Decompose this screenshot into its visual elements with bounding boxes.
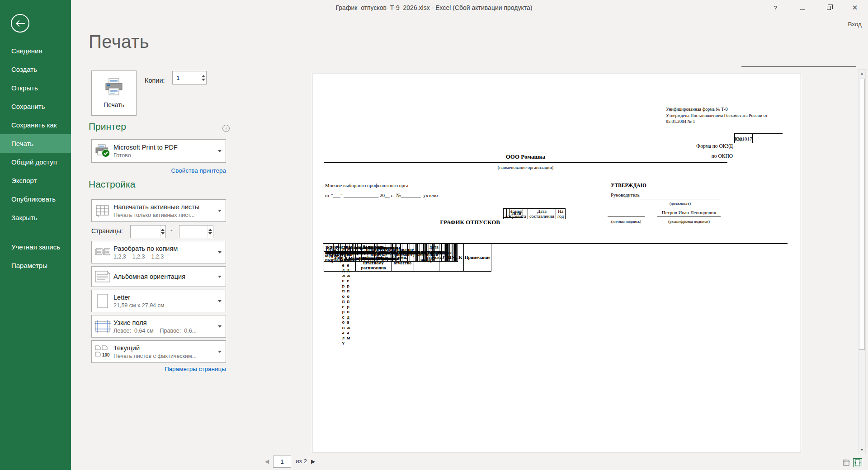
print-button-label: Печать [104,101,124,108]
pages-to-stepper[interactable] [179,225,213,238]
sidebar-item-options[interactable]: Параметры [0,256,71,275]
pages-from-arrows[interactable] [160,226,165,238]
sidebar-item-info[interactable]: Сведения [0,42,71,60]
pages-from-input[interactable] [131,226,160,238]
preview-scrollbar[interactable]: ▲ ▼ [858,69,866,454]
printer-properties-link[interactable]: Свойства принтера [91,167,226,174]
active-sheets-icon [92,204,113,217]
sidebar-item-open[interactable]: Открыть [0,79,71,97]
restore-icon [827,6,831,10]
table-cell: 14 [389,244,396,262]
pages-from-stepper[interactable] [130,225,166,238]
spin-down-icon[interactable] [161,232,165,235]
union-opinion-line1: Мнение выборного профсоюзного орга [325,183,408,188]
backstage-sidebar: Сведения Создать Открыть Сохранить Сохра… [0,0,71,470]
backstage-menu: Сведения Создать Открыть Сохранить Сохра… [0,42,71,275]
paper-size-title: Letter [113,294,164,301]
sidebar-item-publish[interactable]: Опубликовать [0,190,71,208]
pages-to-arrows[interactable] [208,226,213,238]
restore-button[interactable] [822,3,835,13]
printer-section-heading: Принтер [89,121,126,132]
settings-section-heading: Настройка [89,179,135,190]
spin-up-icon[interactable] [161,229,165,231]
print-area-select[interactable]: Напечатать активные листы Печать только … [91,199,226,222]
collate-icon [92,246,113,258]
print-preview-page: Унифицированная форма № Т-9 Утверждена П… [312,74,801,452]
scaling-select[interactable]: 100 Текущий Печать листов с фактическим.… [91,340,226,363]
approve-role: Руководитель [611,192,640,197]
back-button[interactable] [11,14,29,33]
sidebar-item-save-as[interactable]: Сохранить как [0,116,71,134]
signature-underline [608,216,645,216]
orientation-title: Альбомная ориентация [113,273,185,280]
okud-label: Форма по ОКУД [629,143,733,149]
collation-subtitle: 1,2,3 1,2,3 1,2,3 [113,254,178,260]
copies-input[interactable] [173,71,201,84]
minimize-button[interactable] [796,3,809,13]
sign-in-link[interactable]: Вход [848,21,862,28]
scroll-down-icon[interactable]: ▼ [859,446,865,454]
printer-device-icon [92,144,113,158]
minimize-icon [800,9,805,10]
print-button[interactable]: Печать [91,70,137,116]
sidebar-item-account[interactable]: Учетная запись [0,238,71,256]
chevron-down-icon [218,300,222,302]
doc-info-header: На год [556,209,565,219]
pages-to-input[interactable] [179,226,208,238]
table-cell: Продажи [324,244,346,262]
collation-title: Разобрать по копиям [113,245,178,252]
show-margins-icon[interactable] [842,458,851,467]
margins-subtitle: Левое: 0,64 см Правое: 0,6... [113,328,197,334]
spin-down-icon[interactable] [202,79,205,81]
okpo-value [735,134,735,143]
spin-up-icon[interactable] [202,75,205,77]
chevron-down-icon [218,325,222,328]
margins-select[interactable]: Узкие поля Левое: 0,64 см Правое: 0,6... [91,315,226,338]
page-setup-link[interactable]: Параметры страницы [91,366,226,372]
approve-title: УТВЕРЖДАЮ [611,183,646,188]
form-reference-block: Унифицированная форма № Т-9 Утверждена П… [666,106,802,125]
next-page-button[interactable]: ▶ [311,458,315,465]
sidebar-item-share[interactable]: Общий доступ [0,153,71,171]
table-cell [453,244,455,262]
page-title: Печать [89,32,149,52]
collation-select[interactable]: Разобрать по копиям 1,2,3 1,2,3 1,2,3 [91,241,226,263]
pages-label: Страницы: [91,227,123,235]
close-button[interactable]: ✕ [848,3,862,13]
copies-spin-arrows[interactable] [201,71,206,84]
sidebar-item-new[interactable]: Создать [0,60,71,79]
spin-up-icon[interactable] [208,229,212,231]
help-button[interactable]: ? [769,3,782,13]
union-opinion-line2: от "___" ______________ 20__ г. №_______… [325,193,438,198]
copies-stepper[interactable] [172,71,207,85]
page-number-input[interactable] [273,456,291,468]
scrollbar-thumb[interactable] [859,79,865,350]
previous-page-button[interactable]: ◀ [265,458,269,465]
back-arrow-icon [15,20,25,27]
orientation-select[interactable]: Альбомная ориентация [91,266,226,287]
sidebar-item-close[interactable]: Закрыть [0,208,71,227]
chevron-down-icon [218,210,222,212]
doc-info-value [507,209,510,218]
header-cell: Примечание [463,244,491,272]
doc-info-year: 2026 [510,209,523,218]
zoom-to-page-icon[interactable] [853,458,862,467]
landscape-icon [92,270,113,283]
scroll-up-icon[interactable]: ▲ [859,70,865,77]
sidebar-item-save[interactable]: Сохранить [0,97,71,116]
chevron-down-icon [218,150,222,152]
table-row: ПродажиМенеджер по продажамГригорьева На… [324,244,430,253]
scaling-title: Текущий [113,344,197,352]
spin-down-icon[interactable] [208,232,212,235]
printer-select[interactable]: Microsoft Print to PDF Готово [91,139,226,163]
margins-icon [92,320,113,333]
info-icon[interactable]: i [222,125,230,132]
sidebar-item-print[interactable]: Печать [0,134,71,153]
chevron-down-icon [218,351,222,353]
window-title: График_отпусков_Т-9_2026.xlsx - Excel (С… [71,4,797,11]
sidebar-item-export[interactable]: Экспорт [0,171,71,190]
okud-value: 0301017 [735,134,753,143]
paper-size-select[interactable]: Letter 21,59 см x 27,94 см [91,290,226,312]
organization-name: ООО Ромашка [324,153,727,160]
paper-size-subtitle: 21,59 см x 27,94 см [113,302,164,309]
